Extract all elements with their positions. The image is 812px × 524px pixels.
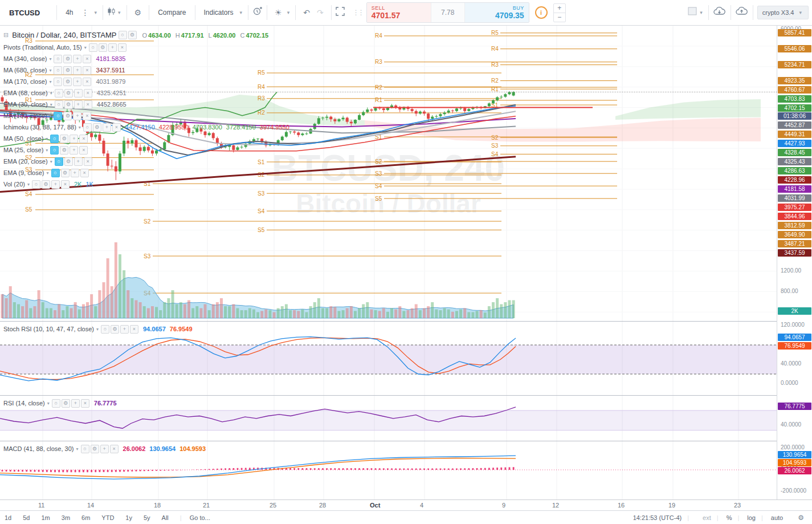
indicator-settings-icon[interactable]: ⚙ xyxy=(60,135,68,143)
indicator-close-icon[interactable]: × xyxy=(84,100,92,109)
rsi-close-icon[interactable]: × xyxy=(81,399,89,408)
interval-menu-icon[interactable]: ⋮ xyxy=(78,9,93,17)
chart-properties-gear-icon[interactable]: ⚙ xyxy=(131,9,145,17)
zoom-out-button[interactable]: − xyxy=(554,13,565,22)
indicator-add-icon[interactable]: + xyxy=(70,135,78,143)
indicator-eye-icon[interactable]: ○ xyxy=(54,55,62,63)
indicator-legend-row[interactable]: MA (25, close)▾○⚙+× xyxy=(3,144,293,156)
macd-legend-row[interactable]: MACD (41, 88, close, 30) ▾ ○ ⚙ + × 26.00… xyxy=(3,443,210,454)
range-button-5y[interactable]: 5y xyxy=(144,514,150,521)
timezone-gear-icon[interactable]: ⚙ xyxy=(794,514,807,521)
fullscreen-icon[interactable] xyxy=(336,7,345,18)
indicator-close-icon[interactable]: × xyxy=(80,169,89,177)
indicators-button[interactable]: Indicators xyxy=(199,9,238,17)
indicator-close-icon[interactable]: × xyxy=(84,157,92,166)
indicator-add-icon[interactable]: + xyxy=(73,78,81,86)
alert-icon[interactable] xyxy=(252,6,263,19)
indicator-eye-icon[interactable]: ○ xyxy=(83,123,92,132)
indicator-close-icon[interactable]: × xyxy=(83,66,91,75)
interval-dropdown-caret[interactable]: ▾ xyxy=(93,10,99,15)
collapse-pane-icon[interactable]: ⊟ xyxy=(3,31,9,39)
rsi-eye-icon[interactable]: ○ xyxy=(52,399,60,408)
series-legend-row[interactable]: ⊟ Bitcoin / Dollar, 240, BITSTAMP ○ ⚙ O4… xyxy=(3,28,293,42)
indicator-eye-icon[interactable]: ○ xyxy=(54,78,62,86)
scale-toggle-log[interactable]: log xyxy=(747,514,756,521)
info-icon[interactable]: i xyxy=(535,6,548,19)
indicator-settings-icon[interactable]: ⚙ xyxy=(42,180,50,189)
indicator-eye-icon[interactable]: ○ xyxy=(51,169,60,177)
indicator-eye-icon[interactable]: ○ xyxy=(50,135,59,143)
macd-eye-icon[interactable]: ○ xyxy=(81,445,89,453)
indicator-add-icon[interactable]: + xyxy=(74,157,83,166)
indicator-add-icon[interactable]: + xyxy=(70,146,78,155)
indicator-close-icon[interactable]: × xyxy=(79,146,88,155)
indicator-legend-row[interactable]: MA (100, close)▾○⚙+× xyxy=(3,110,293,121)
compare-button[interactable]: Compare xyxy=(153,9,190,17)
chart-style-icon[interactable] xyxy=(107,7,116,18)
indicator-legend-row[interactable]: EMA (68, close)▾○⚙+×4325.4251 xyxy=(3,87,293,99)
scale-toggle-auto[interactable]: auto xyxy=(771,514,783,521)
saved-layout-button[interactable]: crypto X3.4 ▾ xyxy=(757,6,809,19)
range-button-5d[interactable]: 5d xyxy=(23,514,30,521)
indicator-close-icon[interactable]: × xyxy=(83,78,91,86)
scale-toggle-%[interactable]: % xyxy=(727,514,732,521)
symbol-button[interactable]: BTCUSD xyxy=(3,9,52,17)
indicator-settings-icon[interactable]: ⚙ xyxy=(64,157,73,166)
indicator-eye-icon[interactable]: ○ xyxy=(55,100,63,109)
indicator-add-icon[interactable]: + xyxy=(73,66,81,75)
range-button-1d[interactable]: 1d xyxy=(5,514,11,521)
indicator-legend-row[interactable]: EMA (30, close)▾○⚙+×4452.8665 xyxy=(3,99,293,110)
indicator-close-icon[interactable]: × xyxy=(118,43,127,52)
indicator-legend-row[interactable]: MA (50, close)▾○⚙+× xyxy=(3,133,293,144)
undo-icon[interactable]: ↶ xyxy=(300,9,313,17)
indicator-settings-icon[interactable]: ⚙ xyxy=(93,123,101,132)
indicator-settings-icon[interactable]: ⚙ xyxy=(99,43,107,52)
save-chart-cloud-icon[interactable] xyxy=(735,6,749,19)
main-chart-pane[interactable]: BTCUSD, 240 Bitcoin / Dollar R3R2R1S1S2S… xyxy=(0,26,777,321)
stoch-rsi-pane[interactable]: Stoch RSI (10, 10, 47, 47, close) ▾ ○ ⚙ … xyxy=(0,321,777,395)
stoch-eye-icon[interactable]: ○ xyxy=(101,325,109,334)
indicator-close-icon[interactable]: × xyxy=(79,135,88,143)
zoom-in-button[interactable]: + xyxy=(554,4,565,13)
indicator-add-icon[interactable]: + xyxy=(108,43,117,52)
macd-add-icon[interactable]: + xyxy=(100,445,109,453)
indicator-settings-icon[interactable]: ⚙ xyxy=(63,78,72,86)
indicator-add-icon[interactable]: + xyxy=(74,100,83,109)
indicator-eye-icon[interactable]: ○ xyxy=(50,146,59,155)
indicator-add-icon[interactable]: + xyxy=(73,112,81,120)
range-button-ytd[interactable]: YTD xyxy=(101,514,114,521)
chart-style-caret[interactable]: ▾ xyxy=(116,10,123,15)
stoch-settings-icon[interactable]: ⚙ xyxy=(111,325,119,334)
indicator-settings-icon[interactable]: ⚙ xyxy=(60,146,68,155)
range-button-1y[interactable]: 1y xyxy=(125,514,132,521)
stoch-close-icon[interactable]: × xyxy=(130,325,138,334)
load-chart-cloud-icon[interactable] xyxy=(713,6,727,19)
theme-caret[interactable]: ▾ xyxy=(285,10,292,15)
redo-icon[interactable]: ↷ xyxy=(313,9,327,17)
goto-button[interactable]: Go to... xyxy=(190,514,210,521)
indicator-close-icon[interactable]: × xyxy=(84,89,92,98)
macd-close-icon[interactable]: × xyxy=(110,445,119,453)
indicator-eye-icon[interactable]: ○ xyxy=(32,180,40,189)
indicators-caret[interactable]: ▾ xyxy=(238,10,244,15)
indicator-eye-icon[interactable]: ○ xyxy=(55,157,63,166)
buy-button[interactable]: BUY 4709.35 xyxy=(465,3,529,22)
stoch-add-icon[interactable]: + xyxy=(120,325,129,334)
indicator-settings-icon[interactable]: ⚙ xyxy=(63,55,72,63)
rsi-add-icon[interactable]: + xyxy=(71,399,80,408)
indicator-eye-icon[interactable]: ○ xyxy=(54,112,62,120)
indicator-close-icon[interactable]: × xyxy=(61,180,70,189)
theme-brightness-icon[interactable]: ☀ xyxy=(271,9,285,17)
range-button-6m[interactable]: 6m xyxy=(81,514,90,521)
rsi-pane[interactable]: RSI (14, close) ▾ ○ ⚙ + × 76.7775 xyxy=(0,395,777,441)
layout-icon[interactable] xyxy=(688,7,698,18)
stoch-rsi-legend-row[interactable]: Stoch RSI (10, 10, 47, 47, close) ▾ ○ ⚙ … xyxy=(3,323,197,335)
series-eye-icon[interactable]: ○ xyxy=(119,31,127,39)
macd-pane[interactable]: MACD (41, 88, close, 30) ▾ ○ ⚙ + × 26.00… xyxy=(0,441,777,499)
indicator-settings-icon[interactable]: ⚙ xyxy=(61,169,70,177)
indicator-add-icon[interactable]: + xyxy=(74,89,83,98)
indicator-legend-row[interactable]: MA (680, close)▾○⚙+×3437.5911 xyxy=(3,64,293,76)
clock-label[interactable]: 14:21:53 (UTC-4) xyxy=(633,514,682,521)
indicator-close-icon[interactable]: × xyxy=(83,55,91,63)
range-button-all[interactable]: All xyxy=(162,514,169,521)
